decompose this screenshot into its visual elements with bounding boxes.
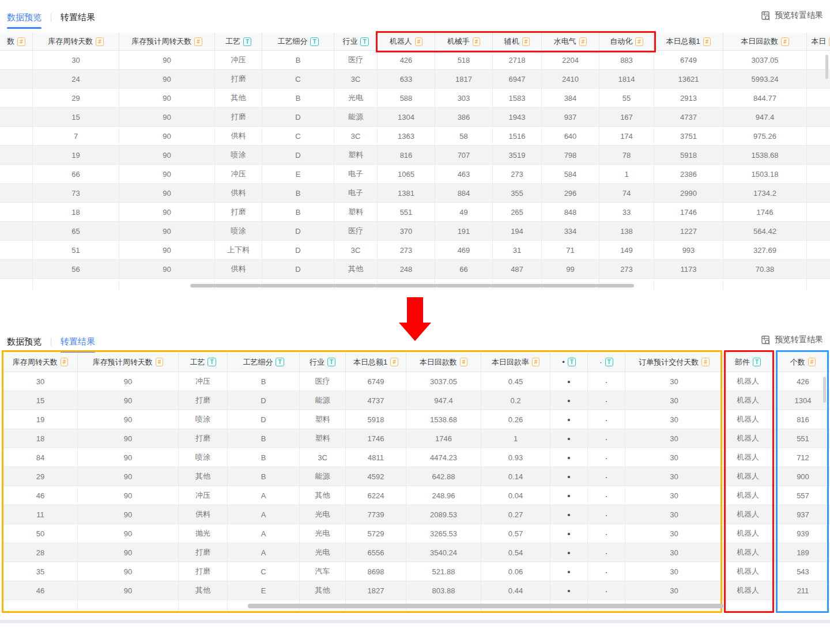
- cell: 189: [773, 543, 830, 562]
- cell: 1516: [493, 127, 542, 146]
- cell: •: [550, 391, 588, 410]
- column-header-13: 本日#: [807, 33, 830, 51]
- cell: 4737: [346, 391, 406, 410]
- cell: 633: [378, 70, 435, 89]
- column-label: 行业: [310, 357, 325, 368]
- number-type-icon: #: [703, 37, 711, 46]
- column-label: ·: [599, 358, 602, 366]
- preview-transpose-button[interactable]: 预览转置结果: [761, 335, 823, 345]
- horizontal-scrollbar[interactable]: [190, 284, 634, 287]
- cell: 844.77: [723, 89, 807, 108]
- cell: 848: [542, 203, 599, 222]
- tab-data-preview[interactable]: 数据预览: [6, 336, 43, 347]
- vertical-scrollbar[interactable]: [825, 55, 828, 79]
- column-header-8: •T: [550, 353, 588, 372]
- column-header-4: 行业T: [300, 353, 346, 372]
- cell: 6224: [346, 486, 406, 505]
- table-row: 2990其他B光电5883031583384552913844.77: [0, 89, 830, 108]
- cell: 90: [78, 429, 179, 448]
- number-type-icon: #: [156, 358, 164, 366]
- cell: 265: [493, 203, 542, 222]
- table-row: 4690冲压A其他6224248.960.04•·30机器人557: [3, 486, 830, 505]
- column-header-3: 工艺T: [215, 33, 262, 51]
- preview-transpose-button[interactable]: 预览转置结果: [761, 10, 823, 21]
- tab-transpose-result[interactable]: 转置结果: [59, 12, 96, 23]
- table-row: 4690其他E其他1827803.880.44•·30机器人211: [3, 581, 830, 600]
- cell: 打磨: [179, 562, 228, 581]
- cell: 8698: [346, 562, 406, 581]
- cell: [0, 279, 33, 289]
- cell: 0.2: [481, 391, 550, 410]
- table-row: 790供料C3C13635815166401743751975.26: [0, 127, 830, 146]
- cell: [0, 108, 33, 127]
- cell: 273: [493, 165, 542, 184]
- cell: 1381: [378, 184, 435, 203]
- cell: [807, 260, 830, 279]
- cell: 19: [33, 146, 119, 165]
- cell: 机器人: [723, 562, 773, 581]
- cell: [0, 184, 33, 203]
- cell: •: [550, 543, 588, 562]
- table-row: 1590打磨D能源4737947.40.2•·30机器人1304: [3, 391, 830, 410]
- cell: 其他: [179, 581, 228, 600]
- cell: 90: [78, 581, 179, 600]
- cell: B: [262, 203, 334, 222]
- cell: ·: [588, 448, 625, 467]
- cell: 194: [493, 222, 542, 241]
- cell: 0.45: [481, 372, 550, 391]
- cell: 1227: [654, 222, 723, 241]
- cell: 能源: [334, 108, 378, 127]
- cell: •: [550, 448, 588, 467]
- cell: 电子: [334, 184, 378, 203]
- cell: 35: [3, 562, 78, 581]
- cell: 30: [625, 391, 723, 410]
- cell: 31: [493, 241, 542, 260]
- cell: 66: [435, 260, 493, 279]
- cell: 机器人: [723, 391, 773, 410]
- cell: 426: [773, 372, 830, 391]
- cell: 7739: [346, 505, 406, 524]
- cell: 174: [599, 127, 654, 146]
- cell: 喷涂: [215, 222, 262, 241]
- text-type-icon: T: [568, 358, 576, 366]
- cell: ·: [588, 429, 625, 448]
- cell: 30: [625, 410, 723, 429]
- column-header-3: 工艺细分T: [228, 353, 300, 372]
- number-type-icon: #: [460, 358, 468, 366]
- horizontal-scrollbar[interactable]: [248, 604, 723, 608]
- table-row: 2890打磨A光电65563540.240.54•·30机器人189: [3, 543, 830, 562]
- text-type-icon: T: [243, 37, 251, 46]
- tab-data-preview[interactable]: 数据预览: [6, 12, 43, 23]
- column-label: 机器人: [390, 36, 412, 47]
- tab-transpose-result[interactable]: 转置结果: [59, 336, 96, 347]
- cell: [807, 279, 830, 289]
- number-type-icon: #: [390, 358, 398, 366]
- cell: 3037.05: [406, 372, 481, 391]
- cell: [0, 260, 33, 279]
- cell: 99: [542, 260, 599, 279]
- text-type-icon: T: [327, 358, 335, 366]
- cell: 机器人: [723, 467, 773, 486]
- cell: 6749: [654, 51, 723, 70]
- cell: 90: [119, 51, 215, 70]
- cell: [0, 70, 33, 89]
- cell: 0.04: [481, 486, 550, 505]
- cell: 6947: [493, 70, 542, 89]
- vertical-scrollbar[interactable]: [823, 377, 826, 403]
- text-type-icon: T: [207, 358, 216, 366]
- transpose-result-table: 库存周转天数#库存预计周转天数#工艺T工艺细分T行业T本日总额1#本日回款数#本…: [3, 353, 830, 611]
- table-row: 2490打磨C3C6331817694724101814136215993.24: [0, 70, 830, 89]
- cell: [807, 146, 830, 165]
- cell: •: [550, 505, 588, 524]
- cell: 3265.53: [406, 524, 481, 543]
- cell: 29: [3, 467, 78, 486]
- cell: 937: [773, 505, 830, 524]
- number-type-icon: #: [522, 37, 530, 46]
- cell: 33: [599, 203, 654, 222]
- cell: 其他: [300, 581, 346, 600]
- cell: [3, 600, 78, 611]
- cell: 90: [78, 524, 179, 543]
- cell: 90: [119, 108, 215, 127]
- cell: 273: [378, 241, 435, 260]
- cell: •: [550, 581, 588, 600]
